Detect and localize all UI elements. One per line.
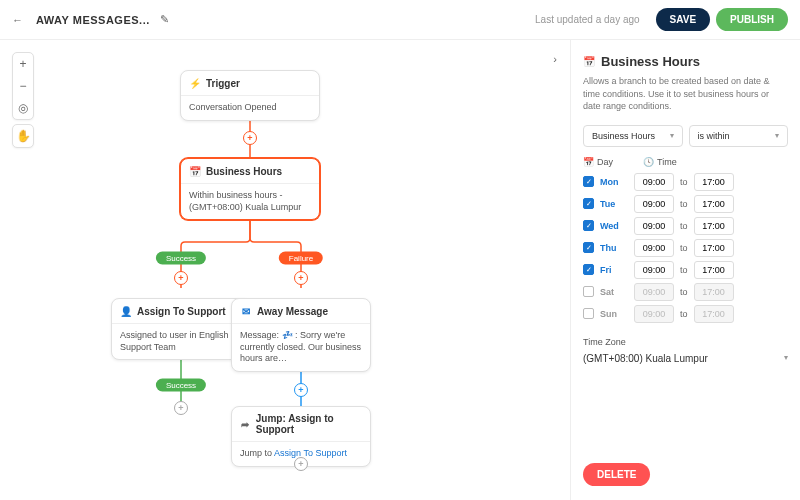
- jump-icon: ➦: [240, 418, 251, 430]
- add-step-button[interactable]: +: [294, 383, 308, 397]
- jump-target-link[interactable]: Assign To Support: [274, 448, 347, 458]
- time-to-input[interactable]: [694, 173, 734, 191]
- timezone-label: Time Zone: [583, 337, 788, 347]
- time-to-input[interactable]: [694, 195, 734, 213]
- back-icon[interactable]: ←: [12, 14, 28, 26]
- branch-pill-success: Success: [156, 379, 206, 392]
- day-label: Fri: [600, 265, 628, 275]
- time-from-input: [634, 283, 674, 301]
- clock-icon: 🕓: [643, 157, 654, 167]
- day-row: Sunto: [583, 305, 788, 323]
- chevron-down-icon: ▾: [784, 353, 788, 364]
- node-assign-title: Assign To Support: [137, 306, 226, 317]
- node-hours-title: Business Hours: [206, 166, 282, 177]
- mail-icon: ✉: [240, 305, 252, 317]
- time-from-input: [634, 305, 674, 323]
- collapse-panel-button[interactable]: ›: [546, 50, 564, 68]
- time-from-input[interactable]: [634, 261, 674, 279]
- node-business-hours[interactable]: 📅 Business Hours Within business hours -…: [180, 158, 320, 220]
- edit-icon[interactable]: ✎: [160, 13, 169, 26]
- day-row: ✓Monto: [583, 173, 788, 191]
- to-label: to: [680, 287, 688, 297]
- branch-pill-failure: Failure: [279, 252, 323, 265]
- workflow-canvas[interactable]: + − ◎ ✋ › ⚡ Trigger Conversation Opened: [0, 40, 570, 500]
- time-to-input[interactable]: [694, 217, 734, 235]
- day-label: Mon: [600, 177, 628, 187]
- to-label: to: [680, 177, 688, 187]
- panel-title: 📅 Business Hours: [583, 54, 788, 69]
- to-label: to: [680, 265, 688, 275]
- add-step-button[interactable]: +: [294, 271, 308, 285]
- day-checkbox[interactable]: ✓: [583, 242, 594, 253]
- condition-operator-select[interactable]: is within ▾: [689, 125, 789, 147]
- day-checkbox[interactable]: [583, 286, 594, 297]
- day-label: Tue: [600, 199, 628, 209]
- time-from-input[interactable]: [634, 173, 674, 191]
- node-trigger[interactable]: ⚡ Trigger Conversation Opened: [180, 70, 320, 121]
- top-bar: ← AWAY MESSAGES... ✎ Last updated a day …: [0, 0, 800, 40]
- node-trigger-title: Trigger: [206, 78, 240, 89]
- chevron-down-icon: ▾: [775, 131, 779, 140]
- delete-button[interactable]: DELETE: [583, 463, 650, 486]
- schedule-header: 📅Day 🕓Time: [583, 157, 788, 167]
- to-label: to: [680, 309, 688, 319]
- day-row: ✓Wedto: [583, 217, 788, 235]
- zoom-out-button[interactable]: −: [12, 75, 34, 97]
- to-label: to: [680, 199, 688, 209]
- day-row: ✓Frito: [583, 261, 788, 279]
- last-updated-label: Last updated a day ago: [535, 14, 640, 25]
- to-label: to: [680, 221, 688, 231]
- node-trigger-body: Conversation Opened: [181, 96, 319, 120]
- calendar-small-icon: 📅: [583, 157, 594, 167]
- canvas-toolbar: + − ◎ ✋: [12, 52, 34, 148]
- day-checkbox[interactable]: ✓: [583, 220, 594, 231]
- fit-view-button[interactable]: ◎: [12, 97, 34, 119]
- condition-type-select[interactable]: Business Hours ▾: [583, 125, 683, 147]
- add-step-button[interactable]: +: [174, 271, 188, 285]
- time-to-input: [694, 283, 734, 301]
- add-step-button[interactable]: +: [174, 401, 188, 415]
- calendar-icon: 📅: [189, 165, 201, 177]
- day-label: Thu: [600, 243, 628, 253]
- day-row: ✓Tueto: [583, 195, 788, 213]
- publish-button[interactable]: PUBLISH: [716, 8, 788, 31]
- node-away-body: Message: 💤 : Sorry we're currently close…: [232, 324, 370, 371]
- add-step-button[interactable]: +: [294, 457, 308, 471]
- pan-tool-button[interactable]: ✋: [12, 125, 34, 147]
- time-to-input[interactable]: [694, 261, 734, 279]
- day-checkbox[interactable]: ✓: [583, 176, 594, 187]
- day-row: ✓Thuto: [583, 239, 788, 257]
- day-checkbox[interactable]: [583, 308, 594, 319]
- zoom-in-button[interactable]: +: [12, 53, 34, 75]
- node-assign-support[interactable]: 👤 Assign To Support Assigned to user in …: [111, 298, 251, 360]
- bolt-icon: ⚡: [189, 77, 201, 89]
- to-label: to: [680, 243, 688, 253]
- main-area: + − ◎ ✋ › ⚡ Trigger Conversation Opened: [0, 40, 800, 500]
- panel-description: Allows a branch to be created based on d…: [583, 75, 788, 113]
- calendar-icon: 📅: [583, 56, 595, 68]
- time-from-input[interactable]: [634, 239, 674, 257]
- day-label: Sun: [600, 309, 628, 319]
- node-away-title: Away Message: [257, 306, 328, 317]
- branch-pill-success: Success: [156, 252, 206, 265]
- save-button[interactable]: SAVE: [656, 8, 711, 31]
- node-jump-title: Jump: Assign to Support: [256, 413, 362, 435]
- schedule-days: ✓Monto✓Tueto✓Wedto✓Thuto✓FritoSattoSunto: [583, 173, 788, 327]
- day-label: Wed: [600, 221, 628, 231]
- timezone-select[interactable]: (GMT+08:00) Kuala Lumpur ▾: [583, 351, 788, 367]
- workflow-title: AWAY MESSAGES...: [36, 14, 150, 26]
- time-to-input[interactable]: [694, 239, 734, 257]
- time-from-input[interactable]: [634, 217, 674, 235]
- node-away-message[interactable]: ✉ Away Message Message: 💤 : Sorry we're …: [231, 298, 371, 372]
- add-step-button[interactable]: +: [243, 131, 257, 145]
- user-check-icon: 👤: [120, 305, 132, 317]
- time-from-input[interactable]: [634, 195, 674, 213]
- chevron-down-icon: ▾: [670, 131, 674, 140]
- time-to-input: [694, 305, 734, 323]
- day-checkbox[interactable]: ✓: [583, 198, 594, 209]
- node-hours-body: Within business hours - (GMT+08:00) Kual…: [181, 184, 319, 219]
- inspector-panel: 📅 Business Hours Allows a branch to be c…: [570, 40, 800, 500]
- day-checkbox[interactable]: ✓: [583, 264, 594, 275]
- day-label: Sat: [600, 287, 628, 297]
- day-row: Satto: [583, 283, 788, 301]
